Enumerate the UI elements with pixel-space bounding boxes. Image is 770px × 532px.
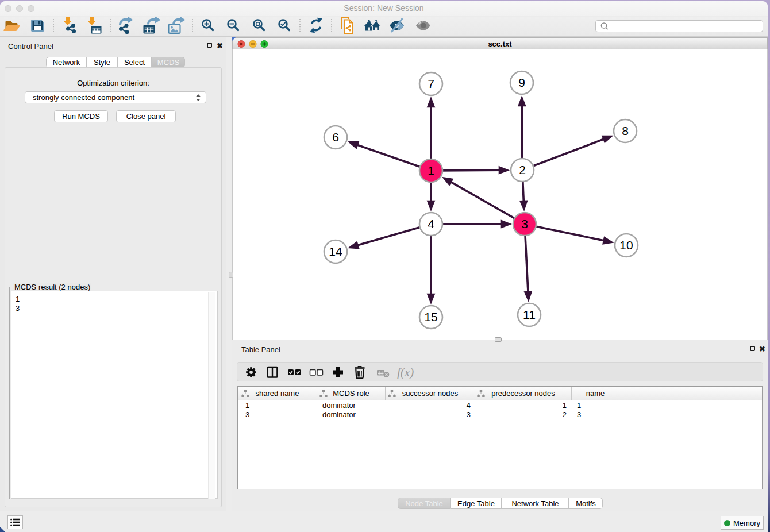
svg-text:1: 1	[428, 164, 434, 177]
svg-text:14: 14	[329, 245, 342, 258]
svg-text:6: 6	[332, 130, 339, 144]
svg-text:3: 3	[521, 217, 528, 230]
svg-text:4: 4	[428, 217, 434, 230]
svg-text:11: 11	[523, 308, 536, 321]
svg-text:f(x): f(x)	[397, 365, 414, 379]
svg-text:9: 9	[518, 76, 525, 89]
svg-text:15: 15	[424, 310, 437, 323]
svg-text:8: 8	[622, 124, 629, 137]
svg-text:10: 10	[619, 238, 633, 252]
svg-text:2: 2	[519, 163, 526, 176]
svg-text:7: 7	[428, 77, 434, 90]
